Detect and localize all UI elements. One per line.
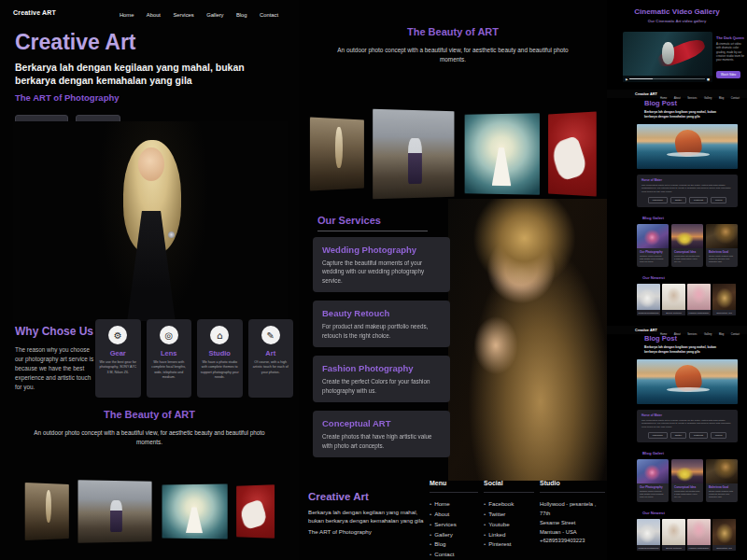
brand-logo[interactable]: Creative ART (635, 329, 657, 332)
blog-subtitle: Berkarya lah dengan kegilaan yang mahal,… (644, 345, 717, 355)
services-page-column: The Beauty of ART An outdoor photo conce… (299, 0, 607, 560)
footer-link-contact[interactable]: •Contact (430, 550, 478, 560)
studio-phone: +62895339403223 (540, 537, 605, 546)
service-card-retouch[interactable]: Beauty Retouch For product and makeup po… (313, 301, 450, 347)
footer-link-services[interactable]: •Services (430, 520, 478, 530)
blog-gallery-card[interactable]: Our PhotographyOutdoor photo concept wit… (637, 224, 669, 267)
nav-links: Home About Services Gallery Blog Contact (111, 4, 278, 21)
social-link-youtube[interactable]: •Youtube (484, 520, 534, 530)
newest-photo-card[interactable]: Conceptual ART (712, 284, 736, 315)
blog-gallery-card[interactable]: Balerinna GoalStudio photo session with … (706, 459, 738, 502)
newest-title: Our Newest (642, 511, 747, 515)
share-pinterest-button[interactable]: Pinterest (689, 432, 708, 439)
studio-address: Hollywood - pesantela , 77th Sesame Stre… (540, 500, 605, 546)
beauty-section: The Beauty of ART An outdoor photo conce… (299, 26, 607, 65)
newest-photo (662, 519, 685, 545)
feature-card-studio[interactable]: ⌂ Studio We have a photo studio with com… (197, 319, 243, 398)
newest-photo-card[interactable]: Wedding Photography (637, 284, 660, 315)
footer-link-blog[interactable]: •Blog (430, 539, 478, 550)
newest-photo-card[interactable]: Beauty Retouch (662, 519, 685, 551)
blog-card-text: The conceptual photo art of a horse runn… (641, 419, 733, 429)
footer-social-title: Social (484, 480, 534, 493)
feature-card-lens[interactable]: ◎ Lens We have lenses with complete foca… (147, 319, 192, 398)
video-gallery-section: Cinematic Video Gallery Our Cinematic Ar… (607, 7, 747, 23)
service-card-conceptual[interactable]: Conceptual ART Create photos that have h… (313, 411, 450, 457)
blog-hero-image[interactable] (637, 124, 738, 169)
social-link-pinterest[interactable]: •Pinterest (484, 539, 534, 550)
feature-card-gear[interactable]: ⚙ Gear We use the best gear for photogra… (95, 319, 141, 398)
blog-gallery-card[interactable]: Balerinna GoalStudio photo session with … (706, 224, 738, 267)
feature-text: We have a photo studio with complete the… (200, 360, 240, 381)
nav-about[interactable]: About (147, 12, 161, 18)
social-link-facebook[interactable]: •Facebook (484, 499, 534, 510)
nav-services[interactable]: Services (173, 12, 193, 18)
bullet-icon: • (430, 521, 431, 527)
gallery-card-image (671, 459, 703, 483)
model-camera (168, 231, 175, 238)
service-title: Beauty Retouch (322, 308, 441, 318)
newest-photo-card[interactable]: Fashion Photography (687, 519, 711, 551)
bullet-icon: • (484, 500, 486, 507)
newest-photo-card[interactable]: Fashion Photography (687, 284, 711, 315)
gallery-photo-landscape[interactable] (373, 109, 454, 200)
blog-hero-image[interactable] (637, 359, 738, 404)
blog-gallery-card[interactable]: Conceptual IdeaConceptual art photos wit… (671, 459, 703, 502)
fullscreen-icon[interactable]: ■ (707, 77, 710, 81)
address-line-2: Sesame Street (540, 519, 605, 528)
divider (317, 231, 428, 231)
bullet-icon: • (430, 551, 431, 557)
blog-gallery-card[interactable]: Our PhotographyOutdoor photo concept wit… (637, 459, 669, 502)
nav-blog[interactable]: Blog (236, 12, 247, 18)
mini-header: Creative ART Home About Services Gallery… (607, 90, 747, 98)
video-controls[interactable]: ▶ ■ (623, 76, 712, 82)
watch-video-button[interactable]: Watch Video (716, 71, 740, 78)
gallery-photo-red-dress[interactable] (236, 484, 275, 539)
why-text: The reason why you choose our photograph… (15, 345, 95, 392)
nav-home[interactable]: Home (120, 12, 134, 18)
feature-card-art[interactable]: ✎ Art Of course, with a high artistic to… (248, 319, 294, 398)
newest-photo-card[interactable]: Wedding Photography (637, 519, 660, 551)
footer-menu-column: Menu •Home •About •Services •Gallery •Bl… (430, 480, 478, 560)
video-player[interactable]: ▶ ■ (623, 32, 712, 82)
service-cards: Wedding Photography Capture the beautifu… (313, 237, 450, 466)
footer-link-about[interactable]: •About (430, 510, 478, 520)
photo-carousel (13, 474, 286, 549)
blog-card-title: Horse of Water (641, 413, 733, 417)
footer-social-column: Social •Facebook •Twitter •Youtube •Link… (484, 480, 534, 550)
share-facebook-button[interactable]: Facebook (648, 197, 668, 203)
video-progress-bar[interactable] (629, 78, 705, 79)
beauty-section: The Beauty of ART An outdoor photo conce… (0, 409, 299, 448)
gallery-photo-bride[interactable] (162, 483, 227, 539)
share-facebook-button[interactable]: Facebook (648, 432, 668, 439)
blog-gallery-title: Blog Galeri (642, 216, 747, 220)
footer-brand: Creative Art Berkarya lah dengan kegilaa… (308, 491, 430, 536)
newest-photo-card[interactable]: Beauty Retouch (662, 284, 685, 315)
gallery-photo-bride[interactable] (464, 113, 539, 195)
service-card-wedding[interactable]: Wedding Photography Capture the beautifu… (313, 237, 450, 292)
social-link-linked[interactable]: •Linked (484, 530, 534, 540)
nav-contact[interactable]: Contact (260, 12, 278, 18)
brand-logo[interactable]: Creative ART (635, 92, 657, 96)
gallery-card-image (637, 459, 669, 483)
play-icon[interactable]: ▶ (626, 77, 627, 81)
share-twitter-button[interactable]: Twitter (670, 197, 686, 203)
photo-carousel (303, 103, 603, 205)
why-choose-us: Why Chose Us The reason why you choose o… (15, 325, 95, 392)
share-linked-button[interactable]: Linked (711, 197, 726, 203)
gallery-photo-field[interactable] (309, 118, 363, 191)
gallery-photo-field[interactable] (24, 483, 68, 540)
service-card-fashion[interactable]: Fashion Photography Create the perfect C… (313, 356, 450, 402)
nav-gallery[interactable]: Gallery (206, 12, 223, 18)
footer-link-home[interactable]: •Home (430, 499, 478, 510)
gallery-photo-landscape[interactable] (78, 480, 151, 543)
share-pinterest-button[interactable]: Pinterest (689, 197, 708, 203)
footer-link-gallery[interactable]: •Gallery (430, 530, 478, 540)
share-twitter-button[interactable]: Twitter (670, 432, 686, 439)
social-link-twitter[interactable]: •Twitter (484, 510, 534, 520)
newest-photo-card[interactable]: Conceptual ART (712, 519, 736, 551)
share-linked-button[interactable]: Linked (711, 432, 726, 439)
brand-logo[interactable]: Creative ART (13, 9, 56, 16)
gallery-photo-red-dress[interactable] (548, 111, 597, 196)
top-nav: Creative ART Home About Services Gallery… (0, 0, 299, 24)
blog-gallery-card[interactable]: Conceptual IdeaConceptual art photos wit… (671, 224, 703, 267)
